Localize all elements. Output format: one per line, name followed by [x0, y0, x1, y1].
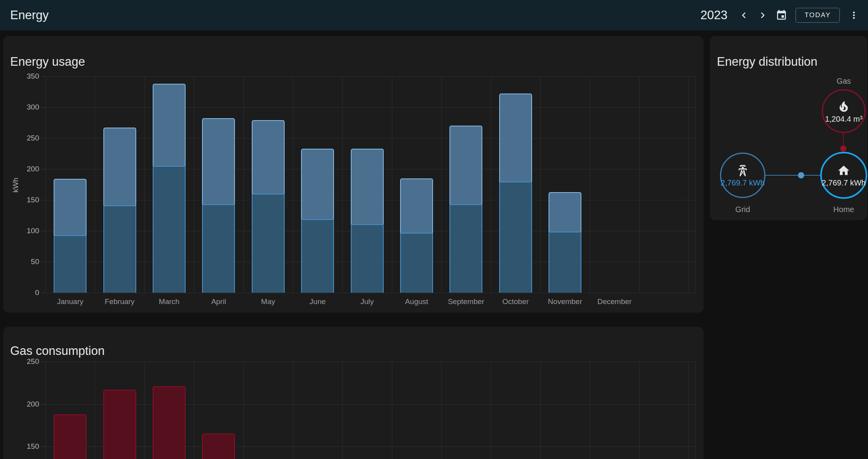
page-title: Energy — [10, 8, 49, 22]
gridline — [491, 76, 491, 293]
gridline — [491, 362, 491, 459]
grid-flow-dot — [798, 172, 804, 178]
x-axis-month-label: July — [342, 297, 392, 306]
grid-to-home-flow-line — [765, 175, 820, 176]
gridline — [95, 362, 95, 459]
bar-segment[interactable] — [153, 166, 186, 293]
gridline — [342, 76, 343, 293]
bar-segment[interactable] — [54, 414, 87, 459]
transmission-tower-icon — [736, 164, 749, 177]
x-axis-month-label: February — [95, 297, 144, 306]
bar-segment[interactable] — [449, 126, 482, 204]
gridline — [441, 76, 442, 293]
grid-node-label: Grid — [711, 205, 774, 214]
gridline — [639, 362, 640, 459]
gridline — [45, 362, 46, 459]
bar-segment[interactable] — [202, 118, 235, 204]
y-axis-title: kWh — [11, 173, 20, 198]
gas-consumption-chart[interactable]: 150200250 — [45, 362, 696, 459]
gridline — [244, 362, 244, 459]
bar-segment[interactable] — [54, 179, 87, 235]
axis-tick — [41, 362, 45, 362]
bar-segment[interactable] — [499, 94, 532, 181]
axis-tick — [41, 107, 45, 108]
overflow-menu-button[interactable] — [845, 6, 863, 25]
next-period-button[interactable] — [753, 6, 772, 25]
gridline — [45, 76, 696, 77]
axis-tick — [41, 76, 45, 77]
y-axis-tick-label: 150 — [16, 196, 39, 204]
bar-segment[interactable] — [103, 390, 136, 459]
bar-segment[interactable] — [400, 233, 433, 293]
axis-tick — [41, 138, 45, 139]
gridline — [45, 76, 46, 293]
gridline — [689, 76, 689, 293]
x-axis-month-label: April — [194, 297, 243, 306]
y-axis-tick-label: 250 — [16, 134, 39, 142]
x-axis-month-label: October — [491, 297, 540, 306]
bar-segment[interactable] — [549, 232, 581, 293]
energy-dashboard: Energy 2023 TODAY — [0, 0, 868, 459]
bar-segment[interactable] — [449, 204, 482, 293]
axis-tick — [41, 293, 45, 293]
bar-segment[interactable] — [252, 120, 285, 194]
gridline — [45, 404, 696, 405]
today-button[interactable]: TODAY — [796, 8, 840, 23]
gridline — [45, 107, 696, 108]
bar-segment[interactable] — [301, 219, 334, 293]
fire-icon — [837, 99, 851, 113]
y-axis-tick-label: 250 — [16, 357, 39, 366]
energy-usage-chart[interactable]: 050100150200250300350JanuaryFebruaryMarc… — [45, 76, 696, 293]
gridline — [540, 362, 541, 459]
bar-segment[interactable] — [400, 178, 433, 233]
gridline — [45, 362, 696, 362]
axis-tick — [41, 446, 45, 447]
card-title: Gas consumption — [10, 344, 105, 358]
bar-segment[interactable] — [252, 194, 285, 293]
x-axis-month-label: January — [45, 297, 95, 306]
y-axis-tick-label: 50 — [16, 257, 39, 266]
gas-total-value: 1,204.4 m³ — [825, 115, 863, 123]
gridline — [244, 76, 244, 293]
bar-segment[interactable] — [301, 149, 334, 219]
gridline — [695, 76, 696, 293]
bar-segment[interactable] — [153, 386, 186, 459]
bar-segment[interactable] — [202, 434, 235, 459]
gridline — [689, 362, 689, 459]
gridline — [144, 362, 145, 459]
x-axis-month-label: March — [144, 297, 194, 306]
bar-segment[interactable] — [499, 182, 532, 293]
bar-segment[interactable] — [202, 204, 235, 293]
bar-segment[interactable] — [103, 205, 136, 293]
energy-distribution-card: Energy distribution Gas 1,204.4 m³ 2,769… — [710, 36, 867, 220]
bar-segment[interactable] — [103, 128, 136, 205]
bar-segment[interactable] — [351, 224, 384, 293]
home-icon — [837, 164, 850, 177]
app-header: Energy 2023 TODAY — [0, 0, 868, 31]
grid-node-circle[interactable]: 2,769.7 kWh — [720, 153, 765, 198]
gas-node-label: Gas — [812, 77, 868, 86]
axis-tick — [41, 262, 45, 262]
bar-segment[interactable] — [549, 192, 581, 232]
home-node-circle[interactable]: 2,769.7 kWh — [820, 152, 867, 199]
previous-period-button[interactable] — [734, 6, 753, 25]
y-axis-tick-label: 350 — [16, 72, 39, 81]
gridline — [45, 138, 696, 139]
date-picker-button[interactable] — [772, 6, 791, 25]
y-axis-tick-label: 100 — [16, 227, 39, 235]
gridline — [293, 362, 293, 459]
bar-segment[interactable] — [54, 235, 87, 293]
bar-segment[interactable] — [351, 149, 384, 224]
bar-segment[interactable] — [153, 84, 186, 166]
gas-flow-dot — [840, 146, 846, 152]
dots-vertical-icon — [848, 10, 859, 21]
chevron-right-icon — [757, 9, 769, 21]
grid-total-value: 2,769.7 kWh — [721, 178, 765, 187]
y-axis-tick-label: 200 — [16, 400, 39, 409]
x-axis-month-label: May — [244, 297, 293, 306]
energy-usage-card: Energy usage kWh 050100150200250300350Ja… — [3, 36, 704, 313]
x-axis-month-label: December — [590, 297, 639, 306]
gridline — [194, 362, 194, 459]
card-title: Energy distribution — [717, 55, 817, 69]
gas-node-circle[interactable]: 1,204.4 m³ — [822, 89, 866, 133]
